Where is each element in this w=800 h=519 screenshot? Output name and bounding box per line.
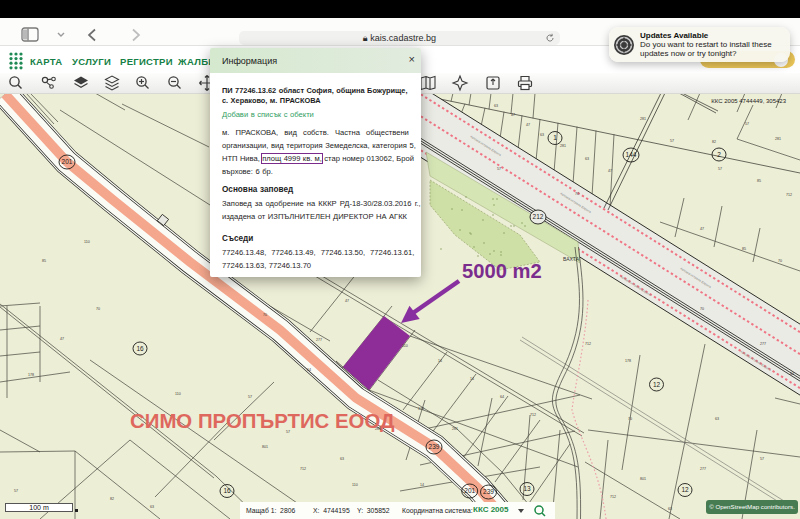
svg-text:144: 144: [626, 151, 637, 158]
svg-text:178: 178: [418, 407, 424, 411]
svg-text:70: 70: [263, 313, 267, 317]
svg-text:201: 201: [62, 158, 73, 165]
svg-text:64: 64: [790, 372, 794, 376]
svg-text:57: 57: [745, 122, 749, 126]
svg-text:712: 712: [300, 467, 306, 471]
svg-text:47: 47: [345, 299, 349, 303]
svg-text:16: 16: [136, 345, 144, 352]
svg-text:712: 712: [786, 193, 792, 197]
svg-text:47: 47: [511, 113, 515, 117]
svg-text:85: 85: [42, 259, 46, 263]
svg-text:63: 63: [540, 133, 544, 137]
svg-text:277: 277: [700, 467, 706, 471]
svg-text:47: 47: [526, 123, 530, 127]
svg-text:47: 47: [700, 227, 704, 231]
svg-text:64: 64: [307, 368, 311, 372]
svg-text:63: 63: [585, 157, 589, 161]
svg-text:801: 801: [640, 477, 646, 481]
svg-text:63: 63: [340, 457, 344, 461]
svg-text:57: 57: [670, 139, 674, 143]
svg-text:110: 110: [402, 344, 408, 348]
svg-text:12: 12: [681, 486, 689, 493]
svg-text:57: 57: [248, 395, 252, 399]
svg-text:82: 82: [712, 140, 716, 144]
svg-text:47: 47: [60, 337, 64, 341]
svg-text:712: 712: [530, 413, 536, 417]
svg-text:70: 70: [96, 307, 100, 311]
svg-text:82: 82: [110, 497, 114, 501]
svg-text:85: 85: [742, 247, 746, 251]
svg-text:201: 201: [464, 487, 475, 494]
svg-text:2: 2: [717, 151, 721, 158]
svg-text:281: 281: [560, 144, 566, 148]
svg-text:57: 57: [718, 167, 722, 171]
svg-text:178: 178: [28, 373, 34, 377]
svg-text:212: 212: [533, 213, 544, 220]
svg-text:63: 63: [715, 417, 719, 421]
svg-text:57: 57: [286, 430, 290, 434]
svg-text:801: 801: [262, 445, 268, 449]
svg-text:281: 281: [640, 117, 646, 121]
svg-text:16: 16: [223, 487, 231, 494]
svg-text:63: 63: [150, 505, 154, 509]
svg-text:70: 70: [575, 192, 579, 196]
svg-text:281: 281: [452, 427, 458, 431]
svg-text:5000 m2: 5000 m2: [462, 260, 542, 282]
svg-text:239: 239: [483, 488, 494, 495]
svg-text:70: 70: [700, 307, 704, 311]
svg-text:14: 14: [470, 377, 474, 381]
svg-text:64: 64: [500, 395, 504, 399]
svg-text:ККС 2005 4744449, 305423: ККС 2005 4744449, 305423: [711, 98, 786, 104]
svg-text:239: 239: [429, 443, 440, 450]
svg-text:63: 63: [494, 104, 498, 108]
svg-text:110: 110: [352, 483, 358, 487]
svg-text:47: 47: [608, 169, 612, 173]
svg-text:281: 281: [775, 137, 781, 141]
svg-text:178: 178: [625, 359, 631, 363]
svg-text:712: 712: [585, 342, 591, 346]
svg-text:14: 14: [420, 483, 424, 487]
svg-text:57: 57: [14, 489, 18, 493]
svg-text:57: 57: [497, 167, 501, 171]
svg-text:110: 110: [175, 392, 181, 396]
svg-text:277: 277: [316, 338, 322, 342]
svg-text:57: 57: [760, 457, 764, 461]
svg-text:110: 110: [84, 240, 90, 244]
svg-text:13: 13: [523, 485, 531, 492]
svg-text:70: 70: [628, 417, 632, 421]
svg-text:ВАХТА: ВАХТА: [563, 256, 580, 262]
svg-text:277: 277: [760, 342, 766, 346]
svg-text:63: 63: [668, 507, 672, 511]
svg-text:281: 281: [375, 427, 381, 431]
svg-text:1: 1: [553, 134, 557, 141]
svg-text:85: 85: [757, 179, 761, 183]
svg-text:СИМО ПРОПЪРТИС ЕООД: СИМО ПРОПЪРТИС ЕООД: [130, 410, 395, 432]
svg-text:70: 70: [778, 259, 782, 263]
svg-text:12: 12: [653, 381, 661, 388]
svg-text:712: 712: [610, 495, 616, 499]
svg-text:14: 14: [438, 359, 442, 363]
